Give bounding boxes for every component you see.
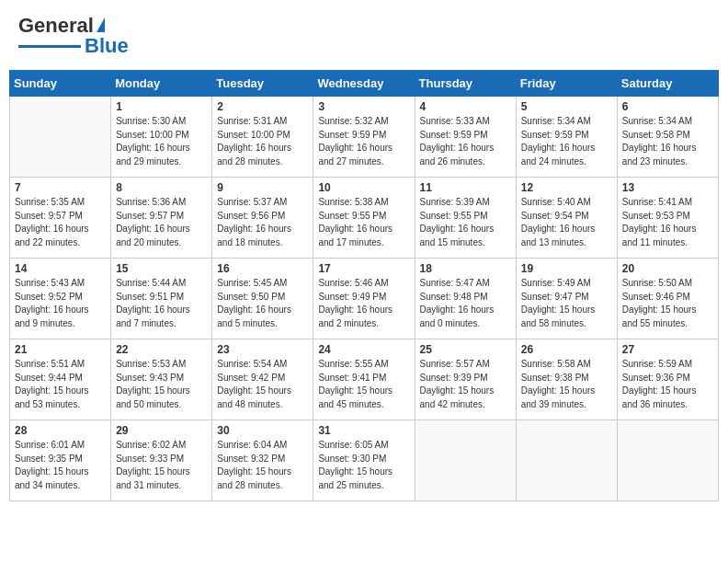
calendar-cell: 11Sunrise: 5:39 AM Sunset: 9:55 PM Dayli… [415, 178, 516, 259]
weekday-header: Friday [516, 71, 617, 97]
calendar-cell [617, 420, 718, 501]
logo-blue: Blue [85, 34, 129, 58]
day-info: Sunrise: 5:41 AM Sunset: 9:53 PM Dayligh… [622, 196, 713, 249]
calendar-cell: 29Sunrise: 6:02 AM Sunset: 9:33 PM Dayli… [111, 420, 212, 501]
day-info: Sunrise: 5:39 AM Sunset: 9:55 PM Dayligh… [420, 196, 511, 249]
day-number: 6 [622, 100, 713, 113]
calendar-cell: 23Sunrise: 5:54 AM Sunset: 9:42 PM Dayli… [212, 339, 313, 420]
weekday-header: Tuesday [212, 71, 313, 97]
calendar-cell: 16Sunrise: 5:45 AM Sunset: 9:50 PM Dayli… [212, 259, 313, 339]
day-number: 20 [622, 262, 713, 275]
calendar-cell: 30Sunrise: 6:04 AM Sunset: 9:32 PM Dayli… [212, 420, 313, 501]
day-info: Sunrise: 5:47 AM Sunset: 9:48 PM Dayligh… [420, 277, 511, 330]
day-info: Sunrise: 5:49 AM Sunset: 9:47 PM Dayligh… [521, 277, 612, 330]
day-info: Sunrise: 5:35 AM Sunset: 9:57 PM Dayligh… [15, 196, 106, 249]
day-number: 18 [420, 262, 511, 275]
day-info: Sunrise: 5:51 AM Sunset: 9:44 PM Dayligh… [15, 358, 106, 411]
day-info: Sunrise: 5:31 AM Sunset: 10:00 PM Daylig… [217, 115, 308, 168]
calendar-cell: 27Sunrise: 5:59 AM Sunset: 9:36 PM Dayli… [617, 339, 718, 420]
day-info: Sunrise: 5:57 AM Sunset: 9:39 PM Dayligh… [420, 358, 511, 411]
calendar-cell: 31Sunrise: 6:05 AM Sunset: 9:30 PM Dayli… [313, 420, 415, 501]
weekday-header: Thursday [415, 71, 516, 97]
calendar-cell: 22Sunrise: 5:53 AM Sunset: 9:43 PM Dayli… [111, 339, 212, 420]
day-number: 24 [318, 343, 409, 356]
calendar-cell: 26Sunrise: 5:58 AM Sunset: 9:38 PM Dayli… [516, 339, 617, 420]
day-info: Sunrise: 5:38 AM Sunset: 9:55 PM Dayligh… [318, 196, 409, 249]
day-info: Sunrise: 5:50 AM Sunset: 9:46 PM Dayligh… [622, 277, 713, 330]
calendar-cell: 21Sunrise: 5:51 AM Sunset: 9:44 PM Dayli… [10, 339, 111, 420]
day-number: 23 [217, 343, 308, 356]
calendar-table: SundayMondayTuesdayWednesdayThursdayFrid… [9, 70, 719, 501]
day-info: Sunrise: 5:55 AM Sunset: 9:41 PM Dayligh… [318, 358, 409, 411]
day-info: Sunrise: 5:43 AM Sunset: 9:52 PM Dayligh… [15, 277, 106, 330]
day-number: 22 [116, 343, 207, 356]
day-number: 3 [318, 100, 409, 113]
day-number: 17 [318, 262, 409, 275]
calendar-cell: 12Sunrise: 5:40 AM Sunset: 9:54 PM Dayli… [516, 178, 617, 259]
calendar-cell [516, 420, 617, 501]
calendar-cell: 28Sunrise: 6:01 AM Sunset: 9:35 PM Dayli… [10, 420, 111, 501]
calendar-cell: 14Sunrise: 5:43 AM Sunset: 9:52 PM Dayli… [10, 259, 111, 339]
day-number: 28 [15, 424, 106, 437]
weekday-header: Sunday [10, 71, 111, 97]
calendar-cell [10, 97, 111, 178]
day-info: Sunrise: 5:59 AM Sunset: 9:36 PM Dayligh… [622, 358, 713, 411]
day-number: 29 [116, 424, 207, 437]
calendar-cell: 25Sunrise: 5:57 AM Sunset: 9:39 PM Dayli… [415, 339, 516, 420]
day-info: Sunrise: 5:53 AM Sunset: 9:43 PM Dayligh… [116, 358, 207, 411]
day-number: 10 [318, 181, 409, 194]
calendar-week-row: 21Sunrise: 5:51 AM Sunset: 9:44 PM Dayli… [10, 339, 719, 420]
day-info: Sunrise: 5:34 AM Sunset: 9:58 PM Dayligh… [622, 115, 713, 168]
day-number: 12 [521, 181, 612, 194]
calendar-week-row: 1Sunrise: 5:30 AM Sunset: 10:00 PM Dayli… [10, 97, 719, 178]
calendar-cell: 7Sunrise: 5:35 AM Sunset: 9:57 PM Daylig… [10, 178, 111, 259]
day-info: Sunrise: 6:01 AM Sunset: 9:35 PM Dayligh… [15, 439, 106, 492]
weekday-header: Wednesday [313, 71, 415, 97]
day-info: Sunrise: 5:45 AM Sunset: 9:50 PM Dayligh… [217, 277, 308, 330]
calendar-cell: 20Sunrise: 5:50 AM Sunset: 9:46 PM Dayli… [617, 259, 718, 339]
calendar-cell: 4Sunrise: 5:33 AM Sunset: 9:59 PM Daylig… [415, 97, 516, 178]
logo-triangle-icon [97, 17, 105, 32]
day-number: 1 [116, 100, 207, 113]
day-number: 16 [217, 262, 308, 275]
day-info: Sunrise: 5:33 AM Sunset: 9:59 PM Dayligh… [420, 115, 511, 168]
day-info: Sunrise: 5:37 AM Sunset: 9:56 PM Dayligh… [217, 196, 308, 249]
day-number: 8 [116, 181, 207, 194]
calendar-cell [415, 420, 516, 501]
day-number: 14 [15, 262, 106, 275]
day-number: 21 [15, 343, 106, 356]
calendar-cell: 19Sunrise: 5:49 AM Sunset: 9:47 PM Dayli… [516, 259, 617, 339]
weekday-header: Monday [111, 71, 212, 97]
page-header: General Blue [9, 9, 719, 63]
calendar-cell: 24Sunrise: 5:55 AM Sunset: 9:41 PM Dayli… [313, 339, 415, 420]
calendar-cell: 6Sunrise: 5:34 AM Sunset: 9:58 PM Daylig… [617, 97, 718, 178]
day-info: Sunrise: 6:05 AM Sunset: 9:30 PM Dayligh… [318, 439, 409, 492]
weekday-header-row: SundayMondayTuesdayWednesdayThursdayFrid… [10, 71, 719, 97]
day-number: 25 [420, 343, 511, 356]
day-number: 19 [521, 262, 612, 275]
calendar-cell: 1Sunrise: 5:30 AM Sunset: 10:00 PM Dayli… [111, 97, 212, 178]
day-info: Sunrise: 5:32 AM Sunset: 9:59 PM Dayligh… [318, 115, 409, 168]
calendar-week-row: 7Sunrise: 5:35 AM Sunset: 9:57 PM Daylig… [10, 178, 719, 259]
day-info: Sunrise: 5:58 AM Sunset: 9:38 PM Dayligh… [521, 358, 612, 411]
calendar-cell: 18Sunrise: 5:47 AM Sunset: 9:48 PM Dayli… [415, 259, 516, 339]
calendar-cell: 13Sunrise: 5:41 AM Sunset: 9:53 PM Dayli… [617, 178, 718, 259]
calendar-cell: 8Sunrise: 5:36 AM Sunset: 9:57 PM Daylig… [111, 178, 212, 259]
day-number: 11 [420, 181, 511, 194]
day-number: 9 [217, 181, 308, 194]
calendar-cell: 10Sunrise: 5:38 AM Sunset: 9:55 PM Dayli… [313, 178, 415, 259]
calendar-cell: 5Sunrise: 5:34 AM Sunset: 9:59 PM Daylig… [516, 97, 617, 178]
logo-underline [18, 45, 81, 48]
calendar-cell: 17Sunrise: 5:46 AM Sunset: 9:49 PM Dayli… [313, 259, 415, 339]
weekday-header: Saturday [617, 71, 718, 97]
day-info: Sunrise: 5:36 AM Sunset: 9:57 PM Dayligh… [116, 196, 207, 249]
day-info: Sunrise: 5:30 AM Sunset: 10:00 PM Daylig… [116, 115, 207, 168]
day-info: Sunrise: 5:44 AM Sunset: 9:51 PM Dayligh… [116, 277, 207, 330]
day-info: Sunrise: 5:46 AM Sunset: 9:49 PM Dayligh… [318, 277, 409, 330]
calendar-cell: 2Sunrise: 5:31 AM Sunset: 10:00 PM Dayli… [212, 97, 313, 178]
calendar-cell: 3Sunrise: 5:32 AM Sunset: 9:59 PM Daylig… [313, 97, 415, 178]
calendar-week-row: 14Sunrise: 5:43 AM Sunset: 9:52 PM Dayli… [10, 259, 719, 339]
logo: General Blue [18, 14, 129, 58]
calendar-week-row: 28Sunrise: 6:01 AM Sunset: 9:35 PM Dayli… [10, 420, 719, 501]
day-info: Sunrise: 5:54 AM Sunset: 9:42 PM Dayligh… [217, 358, 308, 411]
